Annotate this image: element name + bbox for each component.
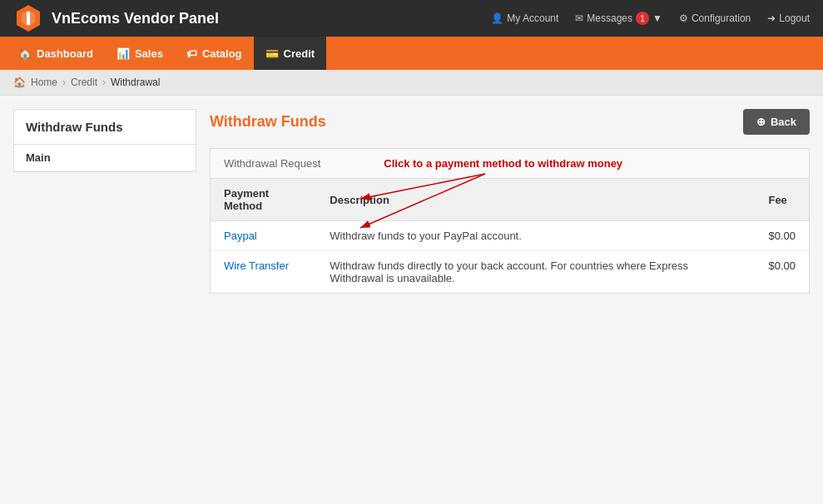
messages-link[interactable]: ✉ Messages 1 ▼ [575,12,662,25]
wire-transfer-fee: $0.00 [755,251,809,294]
main-content: Withdraw Funds ⊕ Back Withdrawal Request [210,109,810,294]
breadcrumb: 🏠 Home › Credit › Withdrawal [0,70,823,96]
dashboard-icon: 🏠 [18,47,32,60]
table-row: Wire Transfer Withdraw funds directly to… [211,251,809,294]
breadcrumb-credit[interactable]: Credit [71,77,97,88]
brand-logo [13,3,43,33]
main-navigation: 🏠 Dashboard 📊 Sales 🏷 Catalog 💳 Credit [0,37,823,70]
nav-catalog[interactable]: 🏷 Catalog [175,37,254,70]
click-hint: Click to a payment method to withdraw mo… [384,157,622,170]
account-icon: 👤 [491,12,503,24]
svg-rect-2 [27,12,30,25]
table-header-row: Payment Method Description Fee [211,179,809,221]
paypal-link[interactable]: Paypal [224,230,257,242]
home-icon: 🏠 [13,77,26,88]
messages-dropdown-icon: ▼ [652,12,662,24]
sidebar: Withdraw Funds Main [13,109,196,294]
paypal-fee: $0.00 [755,221,809,251]
messages-icon: ✉ [575,12,583,24]
my-account-link[interactable]: 👤 My Account [491,12,558,24]
wire-transfer-description: Withdraw funds directly to your back acc… [316,251,755,294]
logout-link[interactable]: ➜ Logout [767,12,810,24]
breadcrumb-current: Withdrawal [111,77,160,88]
sales-icon: 📊 [117,47,130,60]
top-navigation: VnEcoms Vendor Panel 👤 My Account ✉ Mess… [0,0,823,37]
catalog-icon: 🏷 [186,47,197,60]
withdrawal-table: Payment Method Description Fee Paypal Wi… [211,179,809,293]
content-wrapper: Withdraw Funds Main Withdraw Funds ⊕ Bac… [0,96,823,307]
back-icon: ⊕ [756,116,766,128]
breadcrumb-home[interactable]: Home [31,77,57,88]
page-title: Withdraw Funds [210,113,326,131]
back-button[interactable]: ⊕ Back [743,109,810,135]
table-row: Paypal Withdraw funds to your PayPal acc… [211,221,809,251]
nav-dashboard[interactable]: 🏠 Dashboard [7,37,105,70]
top-nav-actions: 👤 My Account ✉ Messages 1 ▼ ⚙ Configurat… [491,12,810,25]
sidebar-title: Withdraw Funds [13,109,196,144]
messages-badge: 1 [636,12,649,25]
configuration-link[interactable]: ⚙ Configuration [679,12,751,24]
panel-header: Withdrawal Request Click to a payment me… [211,149,809,179]
paypal-description: Withdraw funds to your PayPal account. [316,221,755,251]
sidebar-menu: Main [13,144,196,172]
sidebar-item-main[interactable]: Main [14,145,196,171]
breadcrumb-sep-2: › [102,77,106,88]
gear-icon: ⚙ [679,12,688,24]
col-header-fee: Fee [755,179,809,221]
col-header-description: Description [316,179,755,221]
page-header: Withdraw Funds ⊕ Back [210,109,810,135]
withdrawal-panel: Withdrawal Request Click to a payment me… [210,148,810,294]
brand-name: VnEcoms Vendor Panel [52,10,219,27]
wire-transfer-link[interactable]: Wire Transfer [224,259,289,272]
nav-credit[interactable]: 💳 Credit [254,37,327,70]
breadcrumb-sep-1: › [62,77,66,88]
brand: VnEcoms Vendor Panel [13,3,219,33]
nav-sales[interactable]: 📊 Sales [105,37,175,70]
credit-icon: 💳 [265,47,279,60]
logout-icon: ➜ [767,12,776,24]
method-paypal: Paypal [211,221,316,251]
col-header-method: Payment Method [211,179,316,221]
method-wire-transfer: Wire Transfer [211,251,316,294]
panel-title: Withdrawal Request [224,157,320,170]
